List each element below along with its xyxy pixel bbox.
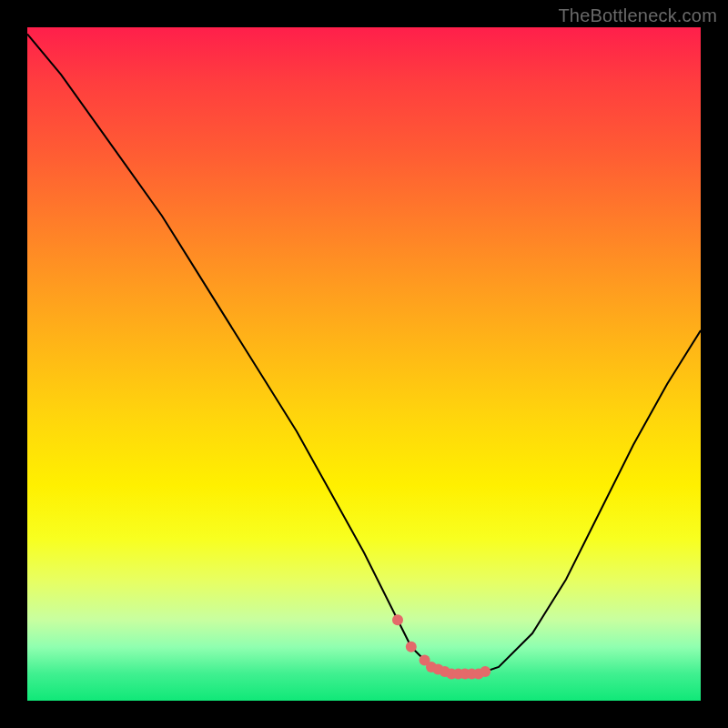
annotation-dot [392,614,403,625]
bottleneck-curve [27,34,701,673]
chart-frame: TheBottleneck.com [0,0,728,728]
chart-plot-area [27,27,701,701]
chart-svg [27,27,701,701]
annotation-dot [480,666,490,677]
annotation-dot [406,642,417,652]
curve-annotation-dots [392,614,490,679]
watermark-text: TheBottleneck.com [558,5,717,26]
